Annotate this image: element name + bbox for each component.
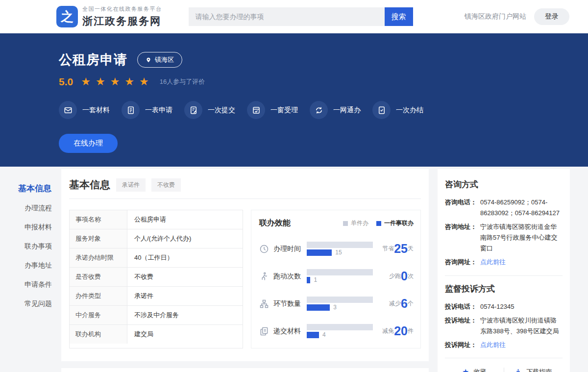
- bar-joint: [307, 304, 330, 311]
- nav-item-conditions[interactable]: 申请条件: [18, 280, 61, 289]
- download-guide-button[interactable]: 下载指南: [504, 368, 563, 372]
- page-title: 公租房申请: [59, 51, 127, 69]
- chart-row: 递交材料 4 减免20件: [259, 324, 414, 338]
- chart-row: 办理时间 15 节省25天: [259, 242, 414, 256]
- portal-link[interactable]: 镇海区政府门户网站: [465, 12, 526, 21]
- bar-joint: [307, 332, 319, 338]
- bar-single: [307, 324, 373, 330]
- basic-info-card: 基本信息 承诺件 不收费 事项名称公租房申请 服务对象个人/(允许个人代办) 承…: [61, 169, 429, 361]
- doc-check-icon: [372, 101, 391, 119]
- complaint-website-link[interactable]: 点此前往: [480, 340, 563, 350]
- favorite-star-icon: ★: [462, 368, 469, 372]
- table-row: 办件类型承诺件: [70, 287, 243, 306]
- divider: [445, 358, 563, 358]
- hero-banner: 公租房申请 镇海区 5.0 ★★★★★ 16人参与了评价 一套材料 一表申请: [0, 33, 588, 167]
- walk-icon: [259, 272, 269, 281]
- left-nav: 基本信息 办理流程 申报材料 联办事项 办事地址 申请条件 常见问题: [18, 169, 61, 319]
- top-header: 之 全国一体化在线政务服务平台 浙江政务服务网 搜索 镇海区政府门户网站 登录: [0, 0, 588, 33]
- download-icon: [514, 368, 522, 372]
- feature-item: 一次办结: [372, 101, 423, 119]
- favorite-button[interactable]: ★ 收藏: [445, 368, 504, 372]
- table-row: 事项名称公租房申请: [70, 210, 243, 229]
- feature-item: 一网通办: [310, 101, 361, 119]
- info-table: 事项名称公租房申请 服务对象个人/(允许个人代办) 承诺办结时限40（工作日） …: [69, 210, 243, 348]
- search-input[interactable]: [189, 7, 385, 26]
- nav-item-process[interactable]: 办理流程: [18, 204, 61, 213]
- feature-item: 一表申请: [122, 101, 172, 119]
- process-card: 办理流程 0次跑动: [61, 368, 429, 372]
- feature-list: 一套材料 一表申请 一次提交 一窗受理 一网通办: [59, 101, 588, 119]
- search-button[interactable]: 搜索: [385, 7, 413, 26]
- badge-promise: 承诺件: [116, 178, 146, 192]
- nav-item-basic-info[interactable]: 基本信息: [18, 183, 61, 194]
- saving-label: 减少6个: [389, 298, 414, 310]
- contact-sidebar: 咨询方式 咨询电话： 0574-86259092；0574-86283092；0…: [438, 169, 570, 372]
- rating-score: 5.0: [59, 76, 73, 88]
- login-button[interactable]: 登录: [534, 8, 569, 25]
- table-row: 联办机构建交局: [70, 325, 243, 344]
- consult-address-row: 咨询地址： 宁波市镇海区骆驼街道金华南路57号行政服务中心建交窗口: [445, 222, 563, 254]
- table-row: 承诺办结时限40（工作日）: [70, 248, 243, 268]
- district-label: 镇海区: [155, 55, 174, 64]
- legend-swatch-single: [343, 221, 348, 226]
- table-row: 服务对象个人/(允许个人代办): [70, 229, 243, 248]
- divider: [445, 275, 563, 276]
- consult-title: 咨询方式: [445, 179, 563, 190]
- docs-icon: [259, 326, 269, 336]
- feature-item: 一次提交: [184, 101, 235, 119]
- bar-single: [307, 269, 373, 275]
- complaint-title: 监督投诉方式: [445, 283, 563, 295]
- chart-row: 环节数量 3 减少6个: [259, 297, 414, 311]
- saving-label: 减免20件: [382, 325, 414, 337]
- feature-item: 一套材料: [59, 101, 110, 119]
- chart-row: 跑动次数 1 少跑0次: [259, 269, 414, 283]
- online-apply-button[interactable]: 在线办理: [59, 134, 118, 153]
- logo-glyph: 之: [61, 8, 74, 25]
- site-name: 浙江政务服务网: [82, 14, 162, 28]
- envelope-icon: [59, 101, 77, 119]
- saving-label: 节省25天: [382, 243, 414, 255]
- nav-item-joint-items[interactable]: 联办事项: [18, 242, 61, 251]
- legend-swatch-joint: [376, 221, 381, 226]
- bar-single: [307, 242, 373, 248]
- complaint-website-row: 投诉网址： 点此前往: [445, 340, 563, 350]
- chart-title: 联办效能: [259, 218, 291, 228]
- submit-icon: [184, 101, 202, 119]
- bar-joint: [307, 249, 332, 256]
- consult-phone-row: 咨询电话： 0574-86259092；0574-86283092；0574-8…: [445, 197, 563, 219]
- feature-item: 一窗受理: [247, 101, 298, 119]
- bar-joint: [307, 277, 310, 283]
- clock-icon: [259, 244, 269, 254]
- flow-icon: [259, 299, 269, 309]
- sync-icon: [310, 101, 328, 119]
- section-title-basic-info: 基本信息: [69, 178, 110, 192]
- saving-label: 少跑0次: [389, 270, 414, 282]
- district-badge[interactable]: 镇海区: [137, 52, 182, 68]
- complaint-address-row: 投诉地址： 宁波市镇海区蛟川街道镇骆东路388号、398号区建交局: [445, 315, 563, 337]
- joint-efficiency-panel: 联办效能 单件办 一件事联办 办理时间 15: [251, 210, 421, 348]
- platform-label: 全国一体化在线政务服务平台: [82, 5, 162, 13]
- nav-item-materials[interactable]: 申报材料: [18, 223, 61, 232]
- site-logo[interactable]: 之 全国一体化在线政务服务平台 浙江政务服务网: [56, 5, 162, 28]
- table-row: 是否收费不收费: [70, 268, 243, 287]
- rating-stars: ★★★★★: [81, 76, 154, 87]
- bar-single: [307, 297, 373, 303]
- window-check-icon: [247, 101, 265, 119]
- complaint-phone-row: 投诉电话： 0574-12345: [445, 301, 563, 312]
- table-row: 中介服务不涉及中介服务: [70, 306, 243, 325]
- rating-participants: 16人参与了评价: [160, 77, 205, 86]
- chart-legend: 单件办 一件事联办: [343, 219, 414, 227]
- form-icon: [122, 101, 140, 119]
- consult-website-link[interactable]: 点此前往: [480, 257, 563, 268]
- logo-icon: 之: [56, 6, 78, 27]
- location-pin-icon: [146, 56, 151, 63]
- nav-item-faq[interactable]: 常见问题: [18, 299, 61, 308]
- badge-free: 不收费: [151, 178, 181, 192]
- search-bar: 搜索: [189, 7, 413, 26]
- nav-item-address[interactable]: 办事地址: [18, 261, 61, 270]
- consult-website-row: 咨询网址： 点此前往: [445, 257, 563, 268]
